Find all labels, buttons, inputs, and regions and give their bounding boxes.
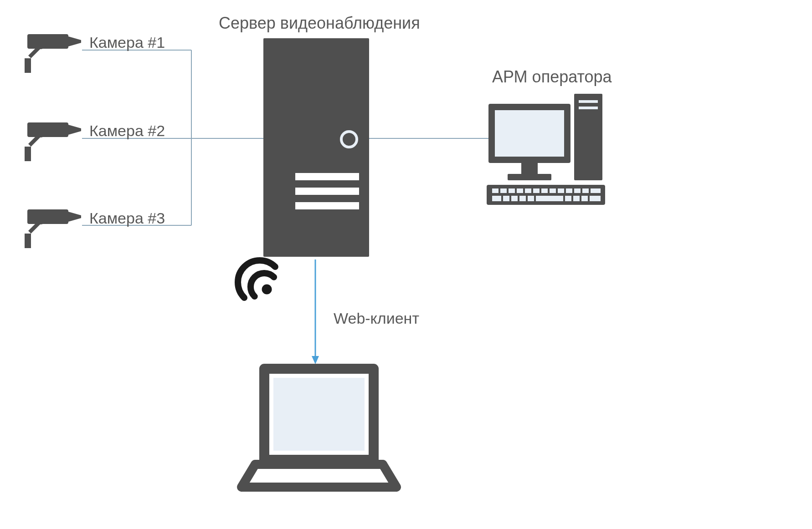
svg-rect-24 bbox=[295, 202, 359, 209]
svg-rect-29 bbox=[495, 110, 564, 157]
svg-marker-9 bbox=[68, 36, 81, 46]
svg-rect-54 bbox=[581, 196, 588, 201]
svg-rect-41 bbox=[558, 188, 564, 193]
svg-rect-53 bbox=[573, 196, 580, 201]
svg-rect-40 bbox=[550, 188, 556, 193]
camera-icon-1 bbox=[25, 34, 81, 73]
laptop-icon bbox=[241, 369, 397, 492]
svg-rect-30 bbox=[521, 163, 538, 174]
svg-marker-7 bbox=[312, 356, 319, 364]
workstation-icon bbox=[487, 94, 605, 205]
svg-rect-32 bbox=[487, 185, 605, 205]
svg-rect-46 bbox=[492, 196, 501, 201]
svg-rect-37 bbox=[525, 188, 531, 193]
svg-rect-42 bbox=[566, 188, 572, 193]
svg-rect-22 bbox=[295, 173, 359, 180]
svg-rect-38 bbox=[533, 188, 540, 193]
svg-rect-33 bbox=[492, 188, 499, 193]
svg-rect-35 bbox=[509, 188, 515, 193]
svg-marker-13 bbox=[68, 125, 81, 135]
server-title: Сервер видеонаблюдения bbox=[219, 14, 420, 33]
svg-rect-50 bbox=[528, 196, 534, 201]
svg-rect-57 bbox=[273, 378, 365, 451]
svg-rect-31 bbox=[508, 174, 551, 180]
workstation-title: АРМ оператора bbox=[492, 67, 612, 86]
svg-rect-47 bbox=[503, 196, 509, 201]
svg-rect-26 bbox=[579, 100, 598, 103]
camera-icon-2 bbox=[25, 122, 81, 161]
server-icon bbox=[263, 38, 369, 257]
svg-rect-55 bbox=[590, 196, 601, 201]
svg-rect-49 bbox=[519, 196, 526, 201]
svg-rect-39 bbox=[541, 188, 548, 193]
svg-rect-20 bbox=[263, 38, 369, 257]
svg-rect-10 bbox=[25, 58, 31, 73]
svg-rect-51 bbox=[536, 196, 563, 201]
svg-point-15 bbox=[36, 128, 46, 137]
arrow-server-to-web bbox=[312, 259, 319, 364]
svg-rect-43 bbox=[574, 188, 581, 193]
svg-rect-23 bbox=[295, 188, 359, 195]
svg-rect-52 bbox=[565, 196, 571, 201]
camera-3-label: Камера #3 bbox=[89, 209, 165, 227]
svg-rect-36 bbox=[517, 188, 523, 193]
svg-rect-16 bbox=[27, 209, 68, 224]
svg-rect-27 bbox=[579, 107, 598, 109]
svg-rect-18 bbox=[25, 234, 31, 248]
camera-2-label: Камера #2 bbox=[89, 122, 165, 140]
svg-point-56 bbox=[260, 282, 274, 296]
svg-rect-8 bbox=[27, 34, 68, 49]
svg-point-11 bbox=[36, 40, 46, 49]
network-diagram bbox=[0, 0, 812, 529]
svg-rect-14 bbox=[25, 147, 31, 161]
svg-marker-17 bbox=[68, 212, 81, 222]
wifi-icon bbox=[229, 251, 286, 308]
svg-point-19 bbox=[36, 215, 46, 224]
webclient-title: Web-клиент bbox=[334, 310, 419, 327]
svg-rect-34 bbox=[500, 188, 507, 193]
camera-icon-3 bbox=[25, 209, 81, 248]
svg-rect-12 bbox=[27, 122, 68, 137]
svg-rect-48 bbox=[511, 196, 518, 201]
svg-rect-45 bbox=[591, 188, 601, 193]
svg-rect-58 bbox=[241, 483, 397, 492]
camera-1-label: Камера #1 bbox=[89, 34, 165, 51]
svg-rect-44 bbox=[582, 188, 589, 193]
